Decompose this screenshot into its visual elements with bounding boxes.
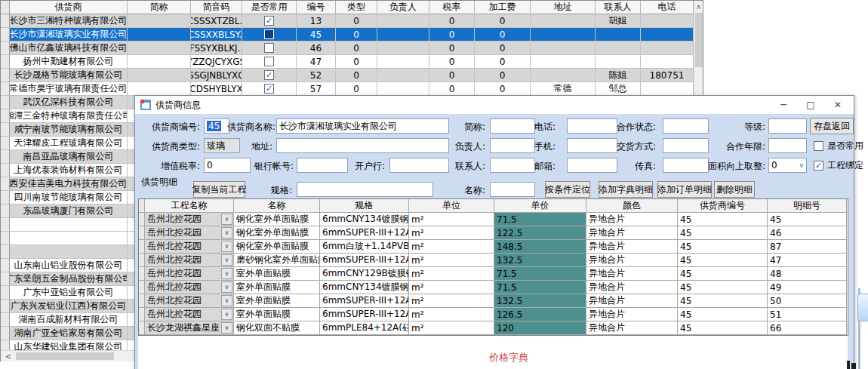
chevron-down-icon[interactable]: ∨: [221, 281, 232, 293]
scroll-up-icon[interactable]: ∧: [694, 1, 703, 12]
detail-row[interactable]: 岳州北控花园∨室外单面贴膜6mmCNY134镀膜钢化m²71.5异地合片4549: [139, 281, 848, 294]
is-common-checkbox[interactable]: 是否常用: [814, 140, 863, 152]
area-round-up-select[interactable]: 0 ∨: [768, 158, 807, 173]
row-header-cell[interactable]: [139, 213, 145, 226]
chevron-down-icon[interactable]: ∨: [221, 227, 232, 238]
column-header[interactable]: 税率: [429, 1, 475, 14]
cell-price[interactable]: 148.5: [494, 240, 586, 254]
locate-by-condition-button[interactable]: 按条件定位: [545, 181, 590, 198]
column-header[interactable]: 编号: [297, 1, 336, 14]
row-header-cell[interactable]: [1, 69, 10, 82]
project-name-combo[interactable]: 岳州北控花园∨: [145, 267, 234, 281]
row-header-cell[interactable]: [1, 109, 10, 123]
row-header-cell[interactable]: [1, 42, 10, 55]
column-header[interactable]: 简称: [128, 1, 191, 14]
project-name-combo[interactable]: 岳州北控花园∨: [145, 240, 234, 254]
row-header-cell[interactable]: [1, 14, 10, 28]
row-header-cell[interactable]: [1, 300, 10, 313]
detail-row[interactable]: 岳州北控花园∨室外单面贴膜6mmSUPER-III+12A(硅...m²126.…: [139, 308, 848, 321]
project-name-combo[interactable]: 岳州北控花园∨: [145, 281, 234, 294]
cell-price[interactable]: 120: [494, 321, 586, 335]
horizontal-scrollbar-thumb[interactable]: [16, 352, 114, 360]
common-checkbox-cell[interactable]: ✓: [242, 82, 297, 96]
chevron-down-icon[interactable]: ∨: [221, 214, 232, 225]
supplier-name-input[interactable]: 长沙市潇湘玻璃实业有限公司: [276, 118, 449, 134]
common-checkbox-cell[interactable]: [242, 55, 297, 69]
row-header-cell[interactable]: [139, 308, 145, 321]
checkbox-icon[interactable]: [264, 57, 274, 66]
project-name-combo[interactable]: 岳州北控花园∨: [145, 254, 234, 267]
row-header-cell[interactable]: [1, 327, 10, 340]
column-header[interactable]: 单价: [494, 199, 586, 213]
common-checkbox-cell[interactable]: ✓: [242, 14, 297, 28]
column-header[interactable]: 工程名称: [145, 199, 234, 213]
cell-price[interactable]: 71.5: [494, 281, 586, 294]
detail-row[interactable]: 长沙龙湖祺鑫星座∨钢化双面不贴膜6mmPLE84+12A(硅酮胶...m²120…: [139, 321, 848, 335]
row-header-cell[interactable]: [1, 177, 10, 191]
close-icon[interactable]: ✕: [825, 96, 851, 114]
column-header[interactable]: 地址: [531, 1, 596, 14]
copy-current-project-button[interactable]: 复制当前工程: [193, 181, 245, 198]
row-header-cell[interactable]: [1, 340, 10, 350]
project-bind-checkbox[interactable]: ✓ 工程绑定: [814, 159, 863, 172]
bank-account-input[interactable]: [297, 158, 348, 173]
row-header-cell[interactable]: [1, 272, 10, 286]
row-header-cell[interactable]: [139, 281, 145, 294]
row-header-cell[interactable]: [1, 191, 10, 204]
supplier-row[interactable]: 长沙晟格节能玻璃有限公司CSSGJNBLYXGS✓52000陈姐180751: [1, 69, 694, 82]
project-name-combo[interactable]: 长沙龙湖祺鑫星座∨: [145, 321, 234, 335]
supplier-id-input[interactable]: 45: [204, 118, 229, 134]
row-header-cell[interactable]: [1, 164, 10, 177]
row-header-cell[interactable]: [1, 123, 10, 137]
row-header-cell[interactable]: [139, 240, 145, 254]
chevron-down-icon[interactable]: ∨: [221, 309, 232, 320]
project-name-combo[interactable]: 岳州北控花园∨: [145, 226, 234, 240]
detail-row[interactable]: 岳州北控花园∨室外单面贴膜6mmSUPER-III+12A(硅...m²132.…: [139, 294, 848, 308]
column-header[interactable]: 电话: [641, 1, 694, 14]
column-header[interactable]: 明细号: [768, 199, 847, 213]
row-header-cell[interactable]: [1, 232, 10, 245]
column-header[interactable]: 单位: [409, 199, 494, 213]
row-header-cell[interactable]: [1, 259, 10, 272]
row-header-cell[interactable]: [1, 245, 10, 259]
chevron-down-icon[interactable]: ∨: [221, 322, 232, 334]
email-input[interactable]: [567, 158, 617, 173]
common-checkbox-cell[interactable]: ✓: [242, 69, 297, 82]
mobile-input[interactable]: [567, 138, 617, 153]
column-header[interactable]: 颜色: [586, 199, 678, 213]
phone-input[interactable]: [567, 118, 617, 134]
supplier-row[interactable]: 常德市昊宇玻璃有限责任公司CDSHYBLYX✓57000常德邹总: [1, 82, 694, 96]
row-header-cell[interactable]: [139, 321, 145, 335]
row-header-cell[interactable]: [1, 28, 10, 42]
checkbox-icon[interactable]: [264, 29, 274, 39]
cell-price[interactable]: 126.5: [494, 308, 586, 321]
column-header[interactable]: 供货商: [10, 1, 128, 14]
cell-price[interactable]: 132.5: [494, 254, 586, 267]
minimize-icon[interactable]: ─: [771, 96, 796, 114]
column-header[interactable]: 是否常用: [242, 1, 297, 14]
common-checkbox-cell[interactable]: [242, 42, 297, 55]
row-header-cell[interactable]: [1, 137, 10, 150]
coop-years-input[interactable]: [768, 138, 807, 153]
save-return-button[interactable]: 存盘返回: [810, 118, 854, 134]
column-header[interactable]: 类型: [336, 1, 377, 14]
supplier-row[interactable]: 长沙市潇湘玻璃实业有限公司CSSXXBLSY..45000: [1, 28, 694, 42]
checkbox-checked-icon[interactable]: ✓: [264, 70, 274, 80]
row-header-cell[interactable]: [1, 82, 10, 96]
detail-row[interactable]: 岳州北控花园∨室外单面贴膜6mmCNY129B镀膜钢化m²71.5异地合片454…: [139, 267, 848, 281]
address-input[interactable]: [276, 138, 449, 153]
chevron-down-icon[interactable]: ∨: [221, 268, 232, 279]
column-header[interactable]: 负责人: [377, 1, 429, 14]
supplier-row[interactable]: 佛山市亿鑫玻璃科技有限公司FSSYXBLKJ..46000: [1, 42, 694, 55]
column-header[interactable]: 名称: [234, 199, 320, 213]
common-checkbox-cell[interactable]: [242, 28, 297, 42]
maximize-icon[interactable]: □: [798, 96, 823, 114]
row-header-cell[interactable]: [1, 150, 10, 164]
column-header[interactable]: 联系人: [596, 1, 641, 14]
supplier-row[interactable]: 扬州中勤建材有限公司YZZQJCYXGS47000: [1, 55, 694, 69]
detail-row[interactable]: 岳州北控花园∨钢化室外单面贴膜6mm白玻+1.14PVB+6mm...m²148…: [139, 240, 848, 254]
column-header[interactable]: 供货商编号: [678, 199, 768, 213]
grade-input[interactable]: [768, 118, 807, 134]
vertical-scrollbar-thumb[interactable]: [695, 13, 703, 67]
row-header-cell[interactable]: [139, 294, 145, 308]
